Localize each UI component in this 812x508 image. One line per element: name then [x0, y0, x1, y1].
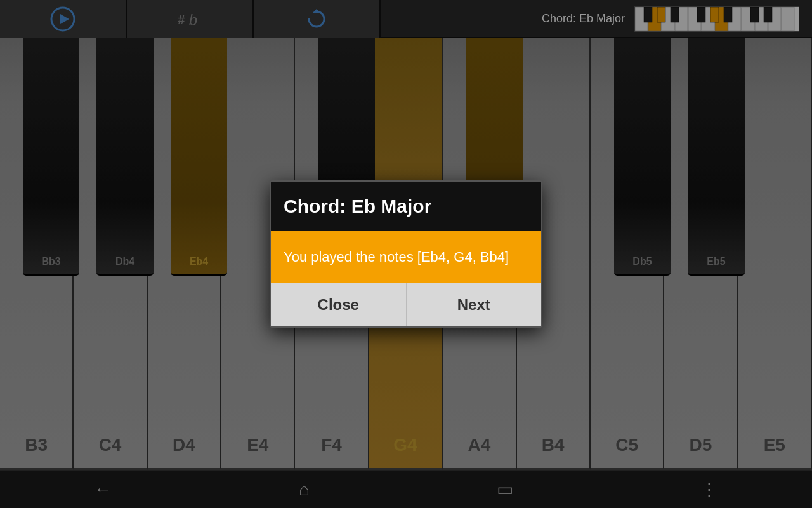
dialog-title-bar: Chord: Eb Major — [271, 182, 541, 231]
next-button[interactable]: Next — [407, 283, 542, 326]
dialog: Chord: Eb Major You played the notes [Eb… — [270, 180, 542, 328]
dialog-overlay: Chord: Eb Major You played the notes [Eb… — [0, 0, 812, 508]
dialog-message: You played the notes [Eb4, G4, Bb4] — [284, 249, 509, 265]
dialog-title: Chord: Eb Major — [284, 196, 431, 217]
dialog-message-area: You played the notes [Eb4, G4, Bb4] — [271, 231, 541, 283]
close-button[interactable]: Close — [271, 283, 407, 326]
dialog-buttons: Close Next — [271, 283, 541, 326]
